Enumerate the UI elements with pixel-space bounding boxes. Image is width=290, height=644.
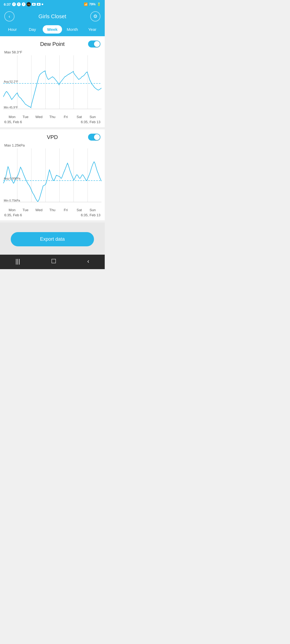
day-sun-1: Sun (86, 115, 99, 119)
dew-point-date-end: 6:35, Feb 13 (81, 120, 100, 124)
vpd-date-range: 6:35, Feb 6 6:35, Feb 13 (4, 213, 100, 217)
dew-point-header: Dew Point (4, 41, 100, 47)
svg-text:Avg 52.2°F: Avg 52.2°F (4, 80, 18, 83)
tab-day[interactable]: Day (23, 25, 42, 34)
vpd-toggle[interactable] (88, 134, 100, 141)
back-button[interactable]: ‹ (4, 11, 15, 21)
day-fri-1: Fri (59, 115, 73, 119)
wifi-icon: 📶 (84, 2, 88, 6)
day-thu-1: Thu (46, 115, 59, 119)
dot-icon (42, 3, 43, 5)
nav-back-icon[interactable]: ‹ (87, 258, 89, 265)
vpd-chart: Avg 0.95kPa Min 0.75kPa (3, 148, 102, 207)
vpd-day-sat: Sat (73, 208, 86, 212)
vpd-max: Max 1.25kPa (4, 143, 100, 147)
vpd-title: VPD (36, 134, 68, 140)
vpd-date-end: 6:35, Feb 13 (81, 213, 100, 217)
export-button[interactable]: Export data (11, 232, 94, 246)
battery-display: 79% (89, 2, 96, 6)
nav-bar: ||| ☐ ‹ (0, 255, 105, 269)
dew-point-section: Dew Point Max 58.3°F Min 45.9°F Avg 52.2… (0, 36, 105, 127)
svg-text:Min 45.9°F: Min 45.9°F (4, 106, 18, 109)
dew-point-max: Max 58.3°F (4, 50, 100, 54)
day-sat-1: Sat (73, 115, 86, 119)
vpd-day-mon: Mon (5, 208, 19, 212)
dew-point-date-range: 6:35, Feb 6 6:35, Feb 13 (4, 120, 100, 124)
status-right-icons: 📶 79% 🔋 (84, 2, 101, 6)
tab-week[interactable]: Week (43, 25, 62, 34)
vpd-day-labels: Mon Tue Wed Thu Fri Sat Sun (4, 208, 100, 212)
tab-year[interactable]: Year (83, 25, 102, 34)
vpd-date-start: 6:35, Feb 6 (4, 213, 22, 217)
youtube-icon-2: ▶ (37, 3, 41, 6)
dew-point-title: Dew Point (36, 41, 68, 47)
page-title: Girls Closet (38, 13, 66, 20)
day-tue-1: Tue (19, 115, 32, 119)
vpd-day-fri: Fri (59, 208, 73, 212)
battery-icon: 🔋 (97, 2, 101, 6)
dew-point-svg: Min 45.9°F Avg 52.2°F (3, 55, 102, 114)
youtube-icon-1: ▶ (32, 3, 36, 6)
vpd-day-sun: Sun (86, 208, 99, 212)
day-mon-1: Mon (5, 115, 19, 119)
bottom-section: Export data (0, 222, 105, 255)
mydict-icon: my (27, 2, 31, 6)
day-wed-1: Wed (32, 115, 46, 119)
dew-point-day-labels: Mon Tue Wed Thu Fri Sat Sun (4, 115, 100, 119)
vpd-day-tue: Tue (19, 208, 32, 212)
status-time: 6:37 f f f my ▶ ▶ (4, 2, 43, 6)
tab-bar: Hour Day Week Month Year (0, 25, 105, 36)
svg-text:Min 0.75kPa: Min 0.75kPa (4, 199, 20, 202)
dew-point-toggle[interactable] (88, 41, 100, 47)
vpd-day-wed: Wed (32, 208, 46, 212)
dew-point-date-start: 6:35, Feb 6 (4, 120, 22, 124)
facebook-icon-2: f (17, 2, 21, 6)
status-app-icons: f f f my ▶ ▶ (12, 2, 43, 6)
dew-point-chart: Min 45.9°F Avg 52.2°F (3, 55, 102, 114)
vpd-header: VPD (4, 134, 100, 141)
vpd-day-thu: Thu (46, 208, 59, 212)
facebook-icon-3: f (22, 2, 26, 6)
svg-text:Avg 0.95kPa: Avg 0.95kPa (4, 177, 20, 180)
facebook-icon-1: f (12, 2, 16, 6)
tab-month[interactable]: Month (63, 25, 82, 34)
vpd-section: VPD Max 1.25kPa Avg 0.95kPa Min 0.75kPa … (0, 129, 105, 220)
settings-button[interactable]: ⚙ (90, 11, 100, 21)
vpd-svg: Avg 0.95kPa Min 0.75kPa (3, 148, 102, 207)
time-display: 6:37 (4, 2, 11, 6)
tab-hour[interactable]: Hour (3, 25, 22, 34)
nav-home-icon[interactable]: ☐ (51, 258, 56, 265)
status-bar: 6:37 f f f my ▶ ▶ 📶 79% 🔋 (0, 0, 105, 9)
nav-menu-icon[interactable]: ||| (16, 258, 20, 265)
header: ‹ Girls Closet ⚙ (0, 9, 105, 25)
